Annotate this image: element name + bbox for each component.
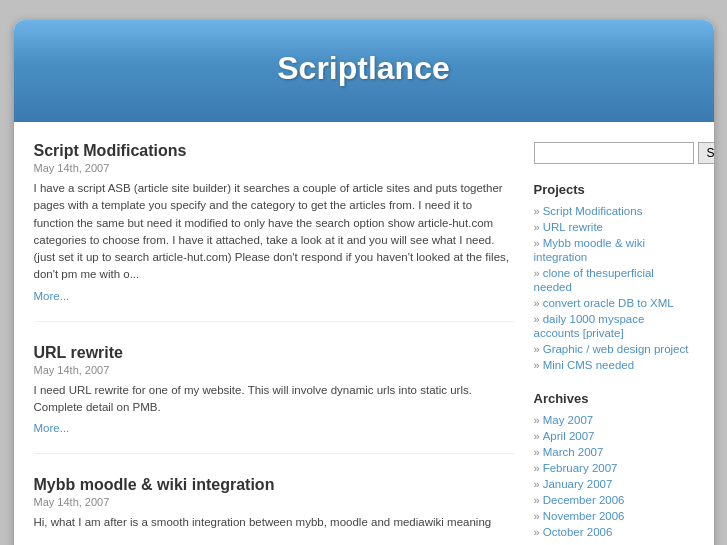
post-title: Mybb moodle & wiki integration bbox=[34, 476, 514, 494]
search-button[interactable]: Search bbox=[698, 142, 714, 164]
post-item: Mybb moodle & wiki integration May 14th,… bbox=[34, 476, 514, 545]
archives-list: May 2007April 2007March 2007February 200… bbox=[534, 412, 694, 540]
list-item: February 2007 bbox=[534, 460, 694, 476]
project-link[interactable]: convert oracle DB to XML bbox=[543, 297, 674, 309]
project-link[interactable]: Mini CMS needed bbox=[543, 359, 634, 371]
list-item: Mini CMS needed bbox=[534, 357, 694, 373]
search-box: Search bbox=[534, 142, 694, 164]
archive-link[interactable]: December 2006 bbox=[543, 494, 625, 506]
project-link[interactable]: Graphic / web design project bbox=[543, 343, 689, 355]
site-header: Scriptlance bbox=[14, 20, 714, 122]
post-title: Script Modifications bbox=[34, 142, 514, 160]
list-item: Graphic / web design project bbox=[534, 341, 694, 357]
post-date: May 14th, 2007 bbox=[34, 496, 514, 508]
post-more-link[interactable]: More... bbox=[34, 422, 70, 434]
list-item: daily 1000 myspace accounts [private] bbox=[534, 311, 694, 341]
list-item: convert oracle DB to XML bbox=[534, 295, 694, 311]
post-excerpt: I need URL rewrite for one of my website… bbox=[34, 382, 514, 417]
projects-heading: Projects bbox=[534, 182, 694, 197]
projects-list: Script ModificationsURL rewriteMybb mood… bbox=[534, 203, 694, 373]
list-item: March 2007 bbox=[534, 444, 694, 460]
content-area: Script Modifications May 14th, 2007 I ha… bbox=[14, 122, 714, 545]
list-item: January 2007 bbox=[534, 476, 694, 492]
list-item: April 2007 bbox=[534, 428, 694, 444]
archive-link[interactable]: May 2007 bbox=[543, 414, 594, 426]
post-item: Script Modifications May 14th, 2007 I ha… bbox=[34, 142, 514, 322]
post-item: URL rewrite May 14th, 2007 I need URL re… bbox=[34, 344, 514, 455]
project-link[interactable]: URL rewrite bbox=[543, 221, 603, 233]
archive-link[interactable]: March 2007 bbox=[543, 446, 604, 458]
archive-link[interactable]: October 2006 bbox=[543, 526, 613, 538]
archives-section: Archives May 2007April 2007March 2007Feb… bbox=[534, 391, 694, 540]
project-link[interactable]: daily 1000 myspace accounts [private] bbox=[534, 313, 645, 339]
post-date: May 14th, 2007 bbox=[34, 364, 514, 376]
post-excerpt: Hi, what I am after is a smooth integrat… bbox=[34, 514, 514, 531]
list-item: October 2006 bbox=[534, 524, 694, 540]
site-title: Scriptlance bbox=[34, 50, 694, 87]
list-item: URL rewrite bbox=[534, 219, 694, 235]
archive-link[interactable]: February 2007 bbox=[543, 462, 618, 474]
search-input[interactable] bbox=[534, 142, 694, 164]
archive-link[interactable]: January 2007 bbox=[543, 478, 613, 490]
list-item: Script Modifications bbox=[534, 203, 694, 219]
post-excerpt: I have a script ASB (article site builde… bbox=[34, 180, 514, 284]
list-item: Mybb moodle & wiki integration bbox=[534, 235, 694, 265]
list-item: December 2006 bbox=[534, 492, 694, 508]
project-link[interactable]: Mybb moodle & wiki integration bbox=[534, 237, 645, 263]
sidebar: Search Projects Script ModificationsURL … bbox=[534, 142, 694, 545]
list-item: May 2007 bbox=[534, 412, 694, 428]
projects-section: Projects Script ModificationsURL rewrite… bbox=[534, 182, 694, 373]
list-item: November 2006 bbox=[534, 508, 694, 524]
list-item: clone of thesuperficial needed bbox=[534, 265, 694, 295]
page-wrapper: Scriptlance Script Modifications May 14t… bbox=[14, 20, 714, 545]
archive-link[interactable]: April 2007 bbox=[543, 430, 595, 442]
project-link[interactable]: clone of thesuperficial needed bbox=[534, 267, 654, 293]
post-title: URL rewrite bbox=[34, 344, 514, 362]
archive-link[interactable]: November 2006 bbox=[543, 510, 625, 522]
archives-heading: Archives bbox=[534, 391, 694, 406]
project-link[interactable]: Script Modifications bbox=[543, 205, 643, 217]
post-more-link[interactable]: More... bbox=[34, 290, 70, 302]
post-date: May 14th, 2007 bbox=[34, 162, 514, 174]
main-content: Script Modifications May 14th, 2007 I ha… bbox=[34, 142, 514, 545]
